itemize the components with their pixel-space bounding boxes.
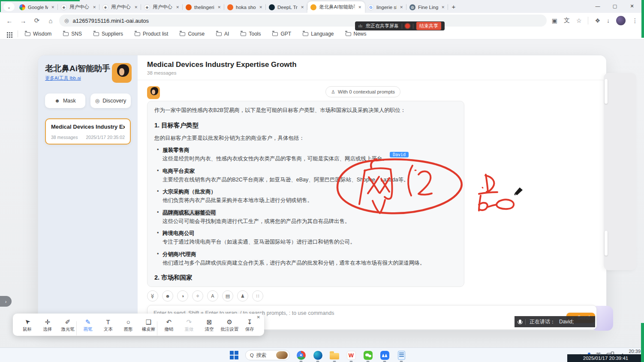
annotation-tool-button[interactable]: ⚙ 批注设置 xyxy=(220,318,239,332)
annotation-tool-button[interactable]: ↷ 重做 xyxy=(179,318,199,332)
quick-action-button[interactable]: A xyxy=(207,290,218,302)
apps-grid-icon[interactable] xyxy=(7,32,8,33)
scrollbar-thumb[interactable] xyxy=(605,231,608,256)
tool-icon: ○ xyxy=(126,318,130,326)
notepad-icon[interactable] xyxy=(396,350,407,361)
bookmark-folder[interactable]: News xyxy=(346,31,367,37)
wps-icon[interactable] xyxy=(346,350,357,361)
quick-action-button[interactable]: ✧ xyxy=(192,290,203,302)
bookmark-folder[interactable]: Tools xyxy=(241,31,261,37)
quick-action-button[interactable]: ▤ xyxy=(222,290,233,302)
expand-handle[interactable]: › xyxy=(0,296,12,307)
contextual-prompts-pill[interactable]: ♙ With 0 contextual prompts xyxy=(325,86,400,97)
browser-tab[interactable]: 老北鼻AI智能助手 ✕ xyxy=(307,1,365,13)
extensions-icon[interactable]: ❖ xyxy=(595,17,600,24)
cast-icon[interactable]: ▣ xyxy=(552,17,557,24)
forward-icon[interactable]: → xyxy=(18,17,28,24)
app-avatar xyxy=(112,63,132,83)
edge-icon[interactable] xyxy=(312,350,323,361)
tab-close-icon[interactable]: ✕ xyxy=(51,5,55,9)
annotation-tool-button[interactable]: ○ 图形 xyxy=(119,318,138,332)
bookmark-folder[interactable]: Product list xyxy=(135,31,168,37)
annotation-tool-button[interactable]: ❑ 橡皮擦 xyxy=(139,318,158,332)
annotation-tool-button[interactable]: ↧ 保存 xyxy=(240,318,259,332)
annotation-tool-button[interactable]: ✐ 激光笔 xyxy=(58,318,77,332)
scrollbar-thumb[interactable] xyxy=(605,79,608,104)
annotation-tool-button[interactable]: T 文本 xyxy=(99,318,118,332)
stop-sharing-button[interactable]: 结束共享 xyxy=(416,22,441,30)
browser-tab[interactable]: thelingerieshop ✕ xyxy=(183,1,224,13)
tab-close-icon[interactable]: ✕ xyxy=(92,5,96,9)
mask-button[interactable]: ☻ Mask xyxy=(45,94,85,108)
chat-list-item[interactable]: Medical Devices Industry Exp... 38 messa… xyxy=(45,118,131,145)
tool-label: 鼠标 xyxy=(23,326,32,332)
site-info-icon[interactable]: ◎ xyxy=(64,18,69,24)
close-window-button[interactable]: ✕ xyxy=(623,3,641,9)
browser-tab[interactable]: DeepL Translate: ✕ xyxy=(266,1,307,13)
annotation-tool-button[interactable]: ✎ 画笔 xyxy=(78,318,98,332)
back-icon[interactable]: ← xyxy=(4,17,15,24)
bookmark-folder[interactable]: AI xyxy=(216,31,229,37)
taskbar-search-input[interactable]: Q 搜索 xyxy=(245,350,290,360)
tab-close-icon[interactable]: ✕ xyxy=(175,5,180,9)
file-explorer-icon[interactable] xyxy=(329,350,340,361)
quick-action-button[interactable]: ≫ xyxy=(147,290,158,302)
bookmark-folder[interactable]: Language xyxy=(303,31,334,37)
browser-tab[interactable]: ◈ 用户中心 - 首页 ✕ xyxy=(58,1,99,13)
annotation-tool-button[interactable]: ↶ 撤销 xyxy=(159,318,178,332)
tab-close-icon[interactable]: ✕ xyxy=(441,5,445,9)
folder-icon xyxy=(346,32,351,36)
bookmark-label: Tools xyxy=(249,31,261,37)
tab-search-button[interactable]: ⌄ xyxy=(3,3,15,11)
new-tab-button[interactable]: + xyxy=(448,3,459,10)
meeting-app-icon[interactable] xyxy=(379,350,390,361)
tool-label: 撤销 xyxy=(164,326,173,332)
minimize-button[interactable]: — xyxy=(589,3,606,9)
annotation-tool-button[interactable]: ➤ 鼠标 xyxy=(18,318,37,332)
browser-tab[interactable]: Google Maps ✕ xyxy=(16,1,58,13)
home-icon[interactable]: ⌂ xyxy=(45,17,56,24)
reload-icon[interactable]: ⟳ xyxy=(32,17,42,24)
chrome-icon[interactable] xyxy=(295,350,307,361)
translate-icon[interactable]: 文 xyxy=(564,17,570,24)
tab-title: 用户中心 - 首页 xyxy=(111,4,131,10)
tab-close-icon[interactable]: ✕ xyxy=(217,5,221,9)
maximize-button[interactable]: ▢ xyxy=(606,3,623,9)
bookmark-folder[interactable]: GPT xyxy=(272,31,291,37)
annotation-tool-button[interactable]: ⊠ 清空 xyxy=(199,318,219,332)
tab-close-icon[interactable]: ✕ xyxy=(399,5,403,9)
tab-title: 用户中心 - 首页 xyxy=(153,4,173,10)
bookmark-folder[interactable]: SNS xyxy=(63,31,82,37)
tab-close-icon[interactable]: ✕ xyxy=(134,5,138,9)
tab-close-icon[interactable]: ✕ xyxy=(300,5,304,9)
tab-close-icon[interactable]: ✕ xyxy=(259,5,263,9)
more-tools-link[interactable]: 更多AI工具 lbb.ai xyxy=(45,75,81,81)
toolbar-close-icon[interactable]: ✕ xyxy=(257,315,260,320)
bookmark-star-icon[interactable]: ☆ xyxy=(576,17,582,24)
tab-close-icon[interactable]: ✕ xyxy=(358,5,362,9)
browser-tab[interactable]: ◈ 用户中心 - 首页 ✕ xyxy=(99,1,141,13)
discovery-button[interactable]: ◎ Discovery xyxy=(90,94,131,108)
list-item: 电商平台卖家 主要经营在线销售内衣产品的B2C平台商家，如亚马逊、eBay、阿里… xyxy=(163,167,457,184)
quick-action-button[interactable]: ◑ xyxy=(177,290,188,302)
browser-tab[interactable]: G lingerie shop - G ✕ xyxy=(365,1,406,13)
url-input[interactable]: ◎ a12657915116.mini1-oai.autos xyxy=(59,15,547,27)
browser-tab[interactable]: ◍ Fine Lingerie, Sle ✕ xyxy=(406,1,448,13)
profile-avatar[interactable] xyxy=(616,16,626,25)
annotation-tool-button[interactable]: ✛ 选择 xyxy=(38,318,57,332)
browser-tab[interactable]: ◈ 用户中心 - 首页 ✕ xyxy=(141,1,183,13)
bookmark-folder[interactable]: Course xyxy=(180,31,205,37)
quick-action-button[interactable]: ♟ xyxy=(237,290,248,302)
wechat-icon[interactable] xyxy=(362,350,373,361)
bookmark-folder[interactable]: Wisdom xyxy=(25,31,51,37)
quick-action-button[interactable]: ∷ xyxy=(252,290,263,302)
bookmark-folder[interactable]: Suppliers xyxy=(93,31,123,37)
clock[interactable]: 20:39 xyxy=(629,349,641,354)
downloads-icon[interactable]: ↓ xyxy=(607,17,610,24)
menu-icon[interactable]: ⋮ xyxy=(632,17,638,24)
start-button[interactable] xyxy=(229,350,240,361)
quick-action-button[interactable]: ☻ xyxy=(162,290,173,302)
browser-tab[interactable]: hoka shoes: Ove ✕ xyxy=(224,1,266,13)
assistant-avatar xyxy=(147,86,160,99)
taskbar: Q 搜索 ∧ 英 20:39 xyxy=(0,347,644,362)
